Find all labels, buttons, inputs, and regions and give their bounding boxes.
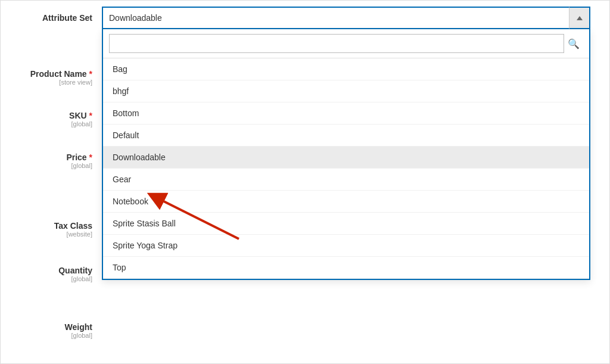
dropdown-search-row: 🔍 (103, 29, 589, 58)
dropdown-item-notebook[interactable]: Notebook (103, 191, 589, 213)
form-label-name-tax-class: Tax Class (54, 221, 92, 231)
dropdown-item-gear[interactable]: Gear (103, 169, 589, 191)
form-label-scope-quantity: [global] (71, 275, 92, 282)
attribute-set-dropdown-wrapper (102, 7, 590, 29)
form-label-scope-sku: [global] (71, 120, 92, 127)
dropdown-search-button[interactable]: 🔍 (564, 34, 583, 53)
dropdown-item-bhgf[interactable]: bhgf (103, 80, 589, 102)
dropdown-item-sprite-yoga-strap[interactable]: Sprite Yoga Strap (103, 235, 589, 257)
form-label-scope-product-name: [store view] (59, 79, 92, 86)
attribute-set-label: Attribute Set (1, 13, 102, 23)
form-label-tax-class: Tax Class[website] (1, 221, 102, 238)
form-label-name-product-name: Product Name * (30, 69, 92, 79)
form-label-product-name: Product Name *[store view] (1, 69, 102, 86)
dropdown-item-bottom[interactable]: Bottom (103, 102, 589, 125)
dropdown-list: BagbhgfBottomDefaultDownloadableGearNote… (103, 58, 589, 279)
dropdown-item-bag[interactable]: Bag (103, 58, 589, 80)
dropdown-item-downloadable[interactable]: Downloadable (103, 147, 589, 169)
form-label-quantity: Quantity[global] (1, 266, 102, 282)
form-label-scope-price: [global] (71, 162, 92, 169)
chevron-up-icon (577, 16, 583, 20)
form-label-scope-weight: [global] (71, 332, 92, 339)
dropdown-item-sprite-stasis-ball[interactable]: Sprite Stasis Ball (103, 213, 589, 235)
attribute-set-input[interactable] (102, 7, 569, 29)
form-label-name-quantity: Quantity (58, 266, 92, 275)
form-label-price: Price *[global] (1, 153, 102, 169)
form-label-scope-tax-class: [website] (67, 231, 92, 238)
dropdown-item-default[interactable]: Default (103, 125, 589, 147)
attribute-set-toggle-button[interactable] (569, 7, 590, 29)
form-label-sku: SKU *[global] (1, 111, 102, 127)
form-label-weight: Weight[global] (1, 322, 102, 339)
form-label-name-weight: Weight (65, 322, 92, 332)
main-container: Attribute Set 🔍 BagbhgfBottomDefaultDown… (0, 0, 610, 364)
dropdown-item-top[interactable]: Top (103, 257, 589, 279)
attribute-set-dropdown-panel: 🔍 BagbhgfBottomDefaultDownloadableGearNo… (102, 29, 590, 280)
form-label-name-sku: SKU * (69, 111, 92, 120)
attribute-set-row: Attribute Set (1, 7, 590, 29)
form-label-name-price: Price * (66, 153, 92, 162)
dropdown-search-input[interactable] (109, 34, 564, 53)
